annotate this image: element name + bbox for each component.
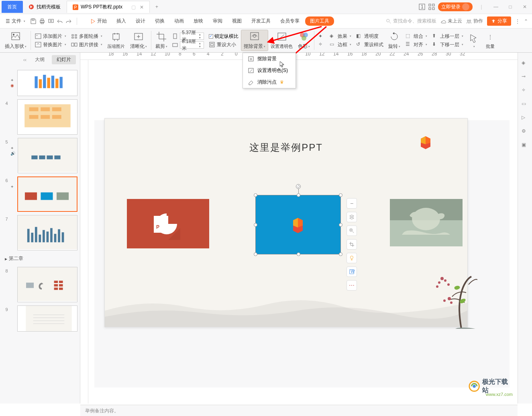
thumb-4[interactable]: 4 [0, 98, 80, 136]
float-decrease[interactable]: − [347, 198, 357, 209]
ribbon-move-up[interactable]: ⬆上移一层▾ [432, 33, 463, 40]
ribbon-clarify[interactable]: 清晰化▾ [128, 31, 151, 50]
handle-bl[interactable] [254, 252, 257, 256]
float-crop[interactable] [347, 239, 357, 250]
tab-templates[interactable]: 找稻壳模板 [23, 1, 67, 13]
login-button[interactable]: 立即登录 [438, 2, 473, 11]
rsb-gear-icon[interactable]: ⚙ [522, 128, 529, 135]
ribbon-border[interactable]: ▭边框▾ [330, 41, 351, 48]
thumb-7[interactable]: 7 [0, 213, 80, 252]
menu-review[interactable]: 审阅 [209, 16, 226, 26]
print-icon[interactable] [39, 18, 45, 25]
tab-slides[interactable]: 幻灯片 [52, 55, 76, 64]
thumb-6[interactable]: 6 ✦ [0, 175, 80, 213]
redo-icon[interactable] [65, 18, 72, 25]
ribbon-add-image[interactable]: 添加图片▾ [35, 33, 66, 40]
tab-new[interactable]: + [150, 1, 164, 13]
notes-bar[interactable]: 举例备注内容。 [80, 405, 518, 416]
handle-ml[interactable] [254, 223, 257, 227]
search-commands[interactable]: 查找命令、搜索模板 [386, 18, 436, 25]
handle-bc[interactable] [297, 252, 300, 256]
float-layers[interactable] [347, 212, 357, 222]
tab-dropdown-icon[interactable]: ▢ [131, 4, 136, 10]
height-input[interactable]: 8.18厘米▴▾ [180, 41, 204, 49]
slide-image-blue-selected[interactable] [255, 195, 341, 254]
thumb-9[interactable]: 9 [0, 304, 80, 333]
ribbon-sparkle1[interactable]: ✦ [318, 33, 325, 40]
menu-slideshow[interactable]: 放映 [190, 16, 207, 26]
thumbnail-list[interactable]: ✦◉ 4 5 ✦🔊 6 ✦ 7 ▸ 第 [0, 67, 80, 404]
float-text[interactable]: W [347, 266, 357, 277]
ribbon-batch[interactable]: ⋮ 批量 [482, 31, 499, 49]
rsb-diamond-icon[interactable]: ◈ [522, 60, 529, 67]
ribbon-reset-size[interactable]: 重设大小 [209, 41, 238, 48]
ribbon-set-trans[interactable]: 设置透明色 [268, 31, 296, 49]
ribbon-color[interactable]: 色彩▾ [296, 31, 314, 50]
menu-transition[interactable]: 切换 [151, 16, 169, 26]
cloud-status[interactable]: 未上云 [440, 18, 462, 25]
thumb-3-partial[interactable]: ✦◉ [0, 68, 80, 98]
rsb-book-icon[interactable]: ▣ [522, 142, 529, 149]
panel-collapse-icon[interactable]: ‹‹ [22, 55, 28, 64]
rotate-handle[interactable] [296, 184, 301, 189]
float-idea[interactable] [347, 253, 357, 263]
float-zoom[interactable] [347, 225, 357, 236]
ribbon-replace-image[interactable]: 替换图片▾ [35, 41, 66, 48]
ribbon-align[interactable]: ☰对齐▾ [406, 41, 427, 48]
menu-picture-tools[interactable]: 图片工具 [305, 16, 334, 26]
handle-tr[interactable] [339, 193, 342, 197]
tab-current-file[interactable]: P WPS PPT教程.pptx ▢ ✕ [67, 1, 150, 13]
menu-view[interactable]: 视图 [228, 16, 246, 26]
section-header[interactable]: ▸ 第二章 [0, 252, 80, 265]
handle-tl[interactable] [254, 193, 257, 197]
handle-tc[interactable] [297, 193, 300, 197]
preview-icon[interactable] [48, 18, 54, 25]
menu-insert[interactable]: 插入 [112, 16, 130, 26]
collab-button[interactable]: 协作 [466, 18, 483, 25]
tab-close-icon[interactable]: ✕ [140, 4, 144, 10]
ribbon-rotate[interactable]: 旋转▾ [386, 31, 403, 50]
height-down[interactable]: ▾ [198, 45, 202, 48]
ribbon-insert-shape[interactable]: 插入形状▾ [2, 31, 31, 50]
ribbon-multi-outline[interactable]: 多图轮播▾ [71, 33, 102, 40]
ribbon-transparency[interactable]: ◧透明度 [356, 33, 383, 40]
handle-mr[interactable] [339, 223, 342, 227]
minimize-button[interactable]: — [490, 2, 501, 12]
handle-br[interactable] [339, 252, 342, 256]
menu-start[interactable]: 开始 [86, 16, 111, 26]
width-down[interactable]: ▾ [198, 36, 202, 39]
grid-icon[interactable] [428, 4, 435, 10]
ribbon-reset-style[interactable]: ↺重设样式 [356, 41, 383, 48]
rsb-image-icon[interactable]: ▭ [522, 101, 529, 108]
ribbon-image-stitch[interactable]: 图片拼接▾ [71, 41, 102, 48]
menu-design[interactable]: 设计 [132, 16, 149, 26]
ribbon-collapse-icon[interactable]: ⌃ [524, 18, 528, 24]
dd-set-trans[interactable]: 设置透明色(S) [243, 65, 296, 76]
rsb-settings-icon[interactable]: ⊸ [522, 74, 529, 81]
file-menu[interactable]: ☰ 文件▾ [4, 18, 27, 25]
lock-ratio-checkbox[interactable]: 锁定纵横比 [209, 33, 238, 40]
maximize-button[interactable]: □ [505, 2, 516, 12]
tab-outline[interactable]: 大纲 [30, 55, 49, 64]
menu-animation[interactable]: 动画 [170, 16, 188, 26]
rsb-play-icon[interactable]: ▷ [522, 115, 529, 122]
slide-image-red[interactable]: P [127, 199, 209, 248]
dd-remove-bg[interactable]: 抠除背景 [243, 53, 296, 65]
close-button[interactable]: ✕ [519, 2, 530, 12]
height-up[interactable]: ▴ [198, 42, 202, 45]
ribbon-crop[interactable]: 裁剪▾ [153, 31, 170, 50]
dd-clean-spot[interactable]: 消除污点 ♛ [243, 76, 296, 88]
ribbon-compress[interactable]: 压缩图片 [105, 31, 128, 49]
ribbon-effect[interactable]: ◈效果▾ [330, 33, 351, 40]
layout-icon[interactable]: 1 [419, 4, 425, 10]
thumb-8[interactable]: 8 [0, 265, 80, 304]
rsb-shape-icon[interactable]: ✧ [522, 87, 529, 94]
thumb-5[interactable]: 5 ✦🔊 [0, 136, 80, 175]
menu-devtools[interactable]: 开发工具 [247, 16, 275, 26]
ribbon-select[interactable]: ▾ [466, 33, 482, 48]
ribbon-remove-bg[interactable]: 抠除背景▾ [241, 30, 268, 51]
width-up[interactable]: ▴ [198, 33, 202, 36]
save-icon[interactable] [30, 18, 37, 25]
slide-viewport[interactable]: 这里是举例PPT P [94, 120, 510, 387]
menu-member[interactable]: 会员专享 [276, 16, 304, 26]
